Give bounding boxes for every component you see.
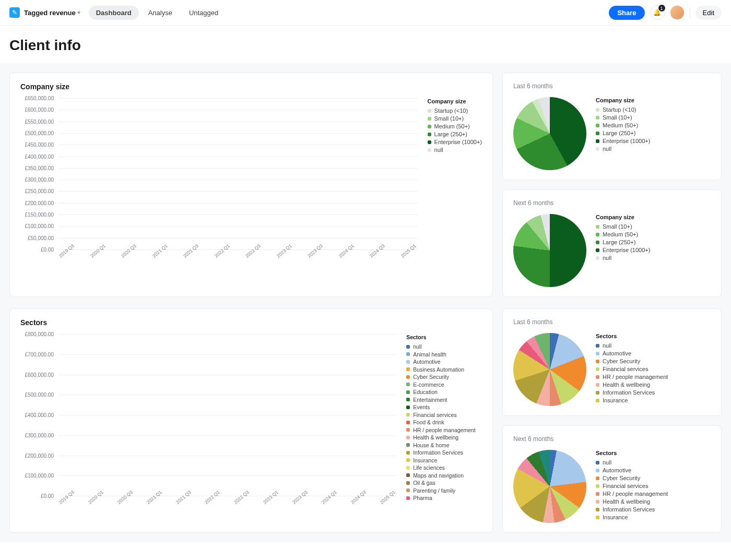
app-logo[interactable]: ✎ (9, 7, 20, 18)
legend-item: Startup (<10) (596, 106, 711, 113)
y-tick: £800,000.00 (25, 331, 54, 337)
y-tick: £650,000.00 (25, 96, 54, 101)
edit-button[interactable]: Edit (695, 6, 722, 20)
company-size-pie-next6 (513, 214, 586, 287)
legend-item: HR / people management (596, 491, 711, 497)
swatch-icon (428, 133, 431, 136)
card-sectors-last6: Last 6 months SectorsnullAutomotiveCyber… (502, 308, 722, 416)
swatch-icon (596, 492, 599, 496)
legend-item: null (596, 342, 711, 349)
legend-item: Automotive (596, 467, 711, 473)
tab-untagged[interactable]: Untagged (182, 6, 226, 20)
legend-item: Pharma (596, 405, 711, 406)
card-sectors-bar: Sectors £800,000.00£700,000.00£600,000.0… (9, 308, 493, 533)
legend-item: Medium (50+) (596, 122, 711, 128)
legend-item: Automotive (406, 359, 482, 365)
swatch-icon (596, 360, 599, 363)
swatch-icon (596, 461, 599, 464)
legend-label: Education (413, 389, 438, 395)
swatch-icon (406, 383, 410, 386)
sectors-pie-next6 (513, 450, 586, 523)
chevron-down-icon: ▾ (78, 10, 80, 15)
legend-item: Insurance (596, 397, 711, 403)
swatch-icon (596, 108, 599, 112)
swatch-icon (596, 476, 599, 480)
legend-item: Risk Management (596, 522, 711, 523)
legend-title: Company size (428, 98, 482, 104)
legend-item: Events (406, 404, 482, 410)
card-company-size-last6: Last 6 months Company sizeStartup (<10)S… (502, 73, 722, 180)
swatch-icon (406, 413, 410, 416)
swatch-icon (596, 132, 599, 135)
legend-item: Health & wellbeing (406, 434, 482, 440)
y-tick: £0.00 (41, 247, 54, 253)
legend-item: Information Services (596, 389, 711, 396)
legend-title: Sectors (406, 334, 482, 340)
legend-label: House & home (413, 442, 449, 448)
y-tick: £500,000.00 (25, 130, 54, 136)
share-button[interactable]: Share (609, 6, 644, 20)
y-tick: £450,000.00 (25, 142, 54, 148)
legend-item: Entertainment (406, 397, 482, 403)
legend-item: Financial services (596, 483, 711, 489)
legend-item: Maps and navigation (406, 472, 482, 479)
legend-item: E-commerce (406, 382, 482, 388)
legend-label: Startup (<10) (434, 108, 468, 114)
legend-label: Financial services (603, 366, 648, 372)
legend-label: HR / people management (603, 491, 668, 497)
company-size-pie-last6 (513, 97, 586, 170)
legend-item: Food & drink (406, 419, 482, 425)
legend-item: Life sciences (406, 464, 482, 471)
legend-label: null (603, 146, 611, 152)
legend-label: Medium (50+) (603, 231, 638, 237)
card-title: Next 6 months (513, 435, 711, 443)
legend-label: E-commerce (413, 382, 444, 388)
y-tick: £400,000.00 (25, 153, 54, 159)
legend-label: Cyber Security (603, 358, 640, 364)
sectors-bar-chart: £800,000.00£700,000.00£600,000.00£500,00… (20, 334, 397, 511)
legend-item: Cyber Security (406, 374, 482, 380)
legend: Company sizeStartup (<10)Small (10+)Medi… (596, 97, 711, 153)
card-title: Last 6 months (513, 82, 711, 90)
notifications-button[interactable]: 🔔 1 (650, 5, 665, 20)
swatch-icon (406, 367, 410, 371)
swatch-icon (596, 241, 599, 244)
tab-dashboard[interactable]: Dashboard (89, 6, 139, 20)
swatch-icon (406, 473, 410, 477)
legend-label: Automotive (413, 359, 441, 365)
legend-item: Cyber Security (596, 358, 711, 364)
swatch-icon (406, 466, 410, 470)
sectors-legend: SectorsnullAnimal healthAutomotiveBusine… (406, 334, 482, 501)
legend-item: Large (250+) (596, 130, 711, 136)
swatch-icon (596, 352, 599, 355)
swatch-icon (406, 443, 410, 447)
swatch-icon (428, 125, 431, 128)
swatch-icon (406, 345, 410, 349)
legend-label: Insurance (603, 397, 628, 403)
legend-label: Startup (<10) (603, 106, 636, 113)
company-size-legend: Company sizeStartup (<10)Small (10+)Medi… (428, 98, 482, 265)
legend-label: Life sciences (413, 464, 445, 471)
legend-label: Financial services (413, 412, 456, 418)
legend-item: Small (10+) (428, 115, 482, 122)
tab-analyse[interactable]: Analyse (141, 6, 180, 20)
y-tick: £550,000.00 (25, 118, 54, 124)
swatch-icon (406, 352, 410, 356)
legend-item: Business Automation (406, 366, 482, 373)
y-tick: £50,000.00 (28, 235, 54, 241)
legend-label: Insurance (603, 514, 628, 520)
legend-label: Pharma (413, 495, 432, 501)
legend-label: Large (250+) (603, 130, 635, 136)
legend-label: Small (10+) (603, 114, 632, 121)
y-tick: £0.00 (41, 493, 54, 499)
swatch-icon (596, 139, 599, 143)
legend: Company sizeSmall (10+)Medium (50+)Large… (596, 214, 711, 263)
breadcrumb[interactable]: Tagged revenue ▾ (24, 9, 80, 17)
swatch-icon (596, 516, 599, 519)
legend-label: HR / people management (413, 427, 476, 433)
legend-label: Parenting / family (413, 487, 455, 494)
legend-item: Pharma (406, 495, 482, 501)
avatar[interactable] (670, 5, 685, 20)
legend-label: Medium (50+) (603, 122, 638, 128)
legend: SectorsnullAutomotiveCyber SecurityFinan… (596, 333, 711, 406)
